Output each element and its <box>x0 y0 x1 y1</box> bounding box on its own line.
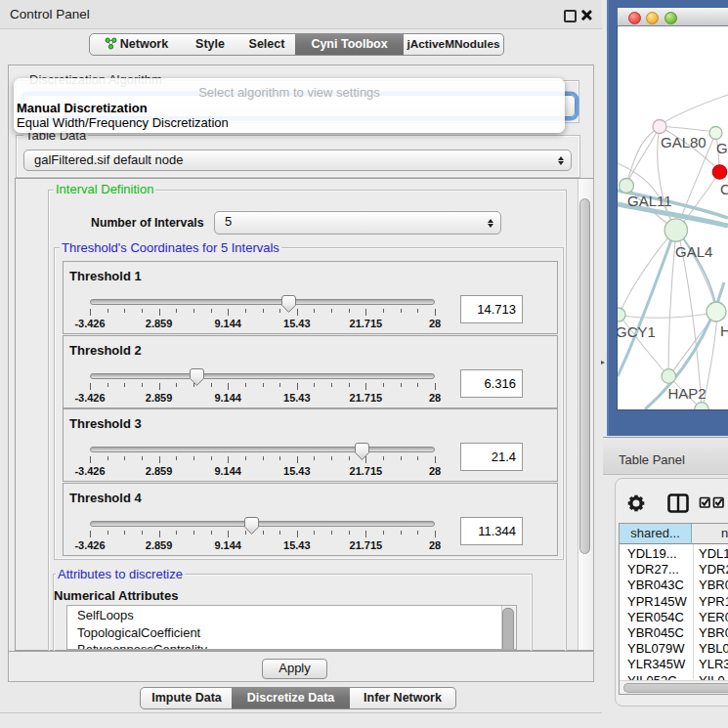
svg-text:GCY1: GCY1 <box>618 323 656 340</box>
svg-text:GAL4: GAL4 <box>675 243 712 260</box>
svg-text:C: C <box>720 181 728 197</box>
svg-text:H: H <box>720 322 728 339</box>
svg-text:GAL11: GAL11 <box>627 193 672 209</box>
svg-text:GA: GA <box>716 140 728 156</box>
svg-text:HAP2: HAP2 <box>668 385 707 402</box>
svg-text:GAL80: GAL80 <box>661 134 707 150</box>
